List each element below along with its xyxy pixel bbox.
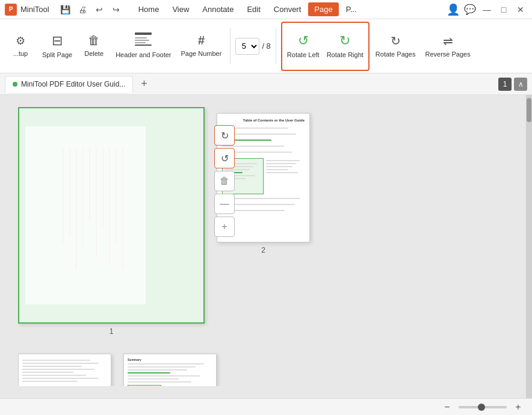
redo-icon[interactable]: ↪: [110, 3, 123, 16]
title-bar-quick-actions: 💾 🖨 ↩ ↪: [59, 3, 123, 16]
main-content: ↻ ↺ 🗑 — + 1 T: [0, 95, 532, 398]
split-page-button[interactable]: ⊟ Split Page: [39, 24, 76, 69]
page-select[interactable]: 5: [235, 38, 259, 55]
setup-icon: ⚙: [16, 34, 25, 48]
page-add-btn[interactable]: +: [214, 217, 235, 237]
menu-annotate[interactable]: Annotate: [196, 2, 240, 16]
page-number-icon: #: [198, 34, 205, 48]
maximize-button[interactable]: □: [497, 3, 510, 16]
svg-rect-0: [135, 32, 152, 35]
zoom-out-button[interactable]: −: [441, 401, 454, 414]
undo-icon[interactable]: ↩: [93, 3, 106, 16]
add-action-icon: +: [221, 221, 227, 232]
rotate-left-icon: ↺: [298, 33, 309, 49]
print-icon[interactable]: 🖨: [76, 3, 89, 16]
menu-convert[interactable]: Convert: [268, 2, 308, 16]
page-1-inner: [18, 107, 205, 324]
close-button[interactable]: ✕: [514, 3, 527, 16]
tab-add-button[interactable]: +: [135, 76, 152, 93]
svg-rect-4: [135, 45, 152, 46]
tab-nav-page[interactable]: 1: [498, 78, 512, 91]
scrollbar-thumb[interactable]: [527, 98, 531, 122]
toolbar: ⚙ ...tup ⊟ Split Page 🗑 Delete Header an…: [0, 19, 532, 73]
svg-rect-3: [135, 42, 146, 43]
tab-nav-up[interactable]: ∧: [514, 78, 527, 91]
rotate-pages-icon: ↻: [391, 34, 401, 48]
delete-icon: 🗑: [88, 34, 100, 48]
delete-button[interactable]: 🗑 Delete: [78, 24, 110, 69]
page-1-label: 1: [110, 327, 114, 336]
menu-bar: Home View Annotate Edit Convert Page P..…: [132, 2, 447, 16]
menu-more[interactable]: P...: [340, 2, 363, 16]
toolbar-divider-2: [276, 28, 276, 64]
rotate-right-action-icon: ↻: [221, 130, 229, 141]
page-input-group: 5 / 8: [235, 38, 270, 55]
reverse-pages-button[interactable]: ⇌ Reverse Pages: [421, 24, 474, 69]
menu-edit[interactable]: Edit: [241, 2, 266, 16]
save-icon[interactable]: 💾: [59, 3, 72, 16]
menu-page[interactable]: Page: [308, 2, 338, 16]
page-separator-btn[interactable]: —: [214, 194, 235, 214]
page-total: / 8: [262, 42, 270, 51]
page-thumb-1[interactable]: ↻ ↺ 🗑 — + 1: [18, 107, 205, 336]
page-thumb-4[interactable]: Summary: [123, 354, 217, 386]
title-bar: P MiniTool 💾 🖨 ↩ ↪ Home View Annotate Ed…: [0, 0, 532, 19]
split-page-icon: ⊟: [52, 33, 63, 49]
separator-action-icon: —: [220, 198, 229, 209]
zoom-in-button[interactable]: +: [512, 401, 525, 414]
status-bar: − +: [0, 398, 532, 415]
svg-rect-2: [135, 40, 149, 41]
page-delete-btn[interactable]: 🗑: [214, 171, 235, 191]
svg-rect-1: [135, 37, 147, 38]
tab-label: MiniTool PDF Editor User Guid...: [21, 80, 125, 88]
app-name: MiniTool: [20, 5, 49, 14]
setup-button[interactable]: ⚙ ...tup: [5, 24, 36, 69]
tab-bar-right: 1 ∧: [498, 78, 527, 91]
page-number-button[interactable]: # Page Number: [178, 24, 226, 69]
page-rotate-right-btn[interactable]: ↻: [214, 125, 235, 146]
rotate-left-button[interactable]: ↺ Rotate Left: [283, 24, 323, 69]
rotate-right-button[interactable]: ↻ Rotate Right: [323, 24, 367, 69]
title-bar-right: 👤 💬 — □ ✕: [447, 3, 527, 16]
page-2-label: 2: [261, 246, 265, 254]
tab-status-dot: [13, 82, 17, 87]
pages-grid: ↻ ↺ 🗑 — + 1 T: [18, 107, 514, 386]
page-rotate-left-btn[interactable]: ↺: [214, 148, 235, 168]
rotate-pages-button[interactable]: ↻ Rotate Pages: [372, 24, 419, 69]
minimize-button[interactable]: —: [480, 3, 493, 16]
menu-home[interactable]: Home: [132, 2, 165, 16]
delete-action-icon: 🗑: [220, 176, 229, 186]
rotate-right-icon: ↻: [339, 33, 350, 49]
zoom-slider-thumb[interactable]: [478, 404, 485, 411]
header-footer-button[interactable]: Header and Footer: [112, 24, 175, 69]
page-1-actions: ↻ ↺ 🗑 — +: [214, 125, 235, 237]
reverse-pages-icon: ⇌: [443, 34, 453, 48]
tab-main[interactable]: MiniTool PDF Editor User Guid...: [5, 76, 133, 93]
chat-icon[interactable]: 💬: [463, 3, 477, 16]
toolbar-divider-1: [230, 28, 230, 64]
zoom-slider[interactable]: [459, 406, 507, 408]
header-footer-icon: [135, 32, 152, 49]
page-thumb-3[interactable]: ▬ ▬ ▬ 3: [18, 354, 111, 386]
rotate-left-action-icon: ↺: [221, 153, 229, 164]
tab-bar: MiniTool PDF Editor User Guid... + 1 ∧: [0, 73, 532, 95]
user-icon[interactable]: 👤: [447, 3, 460, 16]
rotate-group-highlight: ↺ Rotate Left ↻ Rotate Right: [281, 22, 370, 71]
menu-view[interactable]: View: [166, 2, 195, 16]
app-logo: P: [5, 4, 17, 16]
scrollbar[interactable]: [526, 95, 532, 398]
